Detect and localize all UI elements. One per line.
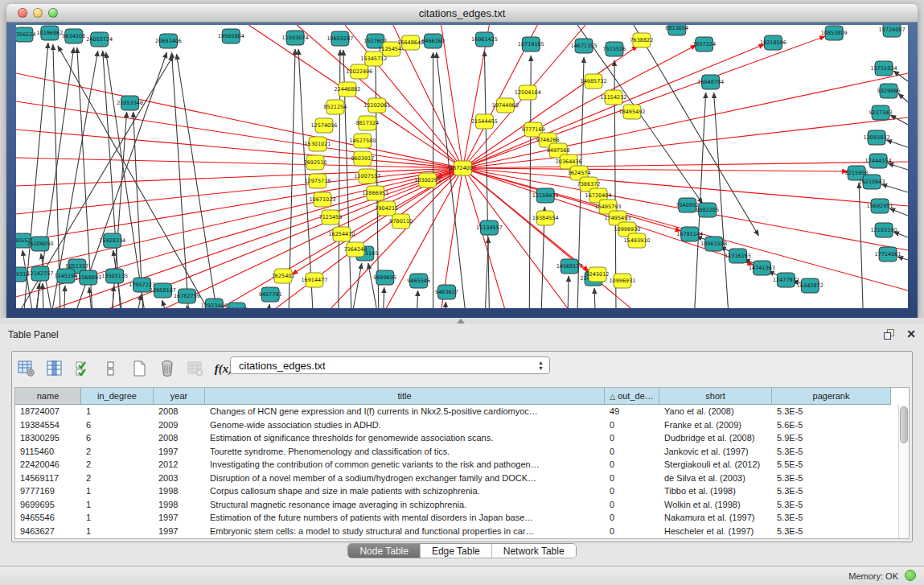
graph-node[interactable]: 11593074: [282, 31, 309, 45]
graph-edge[interactable]: [417, 290, 418, 308]
graph-edge[interactable]: [886, 140, 908, 147]
graph-node[interactable]: 19744960: [492, 98, 519, 113]
graph-node[interactable]: 7123459: [319, 210, 343, 225]
column-header-out_de[interactable]: △out_de…: [605, 388, 659, 405]
table-cell[interactable]: 2: [81, 458, 154, 472]
graph-node[interactable]: 7638822: [630, 33, 653, 47]
table-cell[interactable]: 1997: [154, 525, 205, 538]
graph-node[interactable]: 14527580: [349, 134, 376, 148]
graph-edge[interactable]: [889, 208, 908, 216]
table-cell[interactable]: 0: [605, 484, 659, 498]
graph-edge[interactable]: [888, 163, 908, 170]
graph-node[interactable]: 7625402: [272, 269, 295, 283]
window-titlebar[interactable]: citations_edges.txt: [6, 4, 918, 23]
table-cell[interactable]: 9115460: [15, 445, 81, 459]
graph-node[interactable]: 15751024: [871, 61, 897, 76]
graph-node[interactable]: 21053346: [117, 96, 143, 110]
graph-node[interactable]: 24055724: [86, 32, 113, 47]
table-cell[interactable]: 5.9E-5: [772, 431, 891, 445]
graph-node[interactable]: 14985732: [581, 74, 607, 89]
graph-node[interactable]: 14671355: [571, 39, 598, 53]
table-row[interactable]: 1938455462009Genome-wide association stu…: [15, 418, 909, 432]
delete-column-icon[interactable]: [158, 359, 177, 378]
graph-edge[interactable]: [898, 93, 908, 102]
graph-node[interactable]: 9227343: [869, 105, 893, 120]
graph-edge[interactable]: [881, 184, 908, 192]
graph-node[interactable]: 15134557: [476, 220, 503, 235]
table-cell[interactable]: 5.3E-5: [772, 472, 891, 485]
graph-node[interactable]: 12202061: [363, 98, 390, 113]
graph-node[interactable]: 16342872: [797, 278, 823, 293]
panel-splitter[interactable]: [0, 318, 924, 324]
graph-edge[interactable]: [462, 168, 505, 308]
table-cell[interactable]: Corpus callosum shape and size in male p…: [205, 484, 605, 498]
new-column-icon[interactable]: [129, 359, 149, 378]
table-row[interactable]: 977716911998Corpus callosum shape and si…: [15, 484, 909, 498]
column-header-name[interactable]: name: [15, 388, 81, 405]
graph-node[interactable]: 15692951: [867, 199, 893, 213]
table-cell[interactable]: 5.3E-5: [772, 511, 891, 525]
table-scrollbar-thumb[interactable]: [900, 406, 908, 443]
network-canvas[interactable]: 9356524101968629634508240557242069140619…: [16, 25, 908, 308]
graph-node[interactable]: 15928334: [99, 233, 125, 248]
table-cell[interactable]: Structural magnetic resonance image aver…: [205, 498, 605, 512]
graph-edge[interactable]: [186, 306, 189, 308]
graph-node[interactable]: 10655287: [326, 31, 353, 46]
graph-edge[interactable]: [37, 283, 39, 308]
table-cell[interactable]: Stergiakouli et al. (2012): [659, 458, 772, 472]
table-cell[interactable]: 1998: [154, 484, 205, 498]
table-cell[interactable]: Jankovic et al. (1997): [659, 445, 772, 459]
table-cell[interactable]: Tourette syndrome. Phenomenology and cla…: [205, 445, 605, 459]
table-cell[interactable]: 2012: [154, 458, 205, 472]
graph-edge[interactable]: [462, 168, 589, 271]
graph-node[interactable]: 12093832: [864, 130, 890, 145]
table-cell[interactable]: de Silva et al. (2003): [659, 472, 772, 485]
table-cell[interactable]: 5.3E-5: [772, 405, 891, 418]
graph-node[interactable]: 21544455: [471, 114, 498, 129]
graph-node[interactable]: 12142757: [27, 266, 53, 281]
table-cell[interactable]: 1: [81, 484, 154, 498]
table-cell[interactable]: 1: [81, 405, 154, 418]
graph-edge[interactable]: [353, 263, 362, 308]
graph-node[interactable]: 8521254: [324, 100, 347, 114]
column-header-in_degree[interactable]: in_degree: [81, 388, 154, 405]
table-cell[interactable]: 0: [605, 511, 659, 525]
graph-edge[interactable]: [162, 300, 166, 308]
table-cell[interactable]: Hescheler et al. (1997): [659, 525, 772, 538]
table-cell[interactable]: Franke et al. (2009): [659, 418, 772, 432]
tab-node-table[interactable]: Node Table: [348, 544, 421, 558]
graph-node[interactable]: 19565804: [218, 29, 244, 43]
table-cell[interactable]: 5.6E-5: [772, 418, 891, 432]
table-cell[interactable]: 0: [605, 418, 659, 432]
column-header-title[interactable]: title: [205, 388, 605, 405]
graph-node[interactable]: 9463627: [435, 285, 458, 299]
graph-node[interactable]: 10671023: [309, 192, 335, 207]
table-cell[interactable]: 5.3E-5: [772, 525, 891, 538]
graph-node[interactable]: 1145194: [54, 269, 77, 283]
graph-edge[interactable]: [176, 54, 216, 308]
graph-node[interactable]: 12103190: [871, 223, 897, 237]
column-header-year[interactable]: year: [154, 388, 205, 405]
graph-node[interactable]: 19384554: [532, 211, 559, 225]
graph-node[interactable]: 19218506: [760, 35, 786, 50]
table-cell[interactable]: 18724007: [15, 405, 81, 418]
table-cell[interactable]: 5.3E-5: [772, 498, 891, 512]
graph-node[interactable]: 7692510: [304, 155, 327, 170]
graph-node[interactable]: 9465546: [407, 274, 430, 288]
table-settings-icon[interactable]: [17, 359, 36, 378]
float-panel-icon[interactable]: [884, 329, 895, 340]
table-cell[interactable]: 14569117: [15, 472, 81, 485]
graph-edge[interactable]: [171, 52, 188, 308]
graph-node[interactable]: 16782759: [174, 289, 200, 303]
graph-node[interactable]: 12574056: [310, 118, 337, 133]
memory-status-icon[interactable]: [905, 570, 916, 581]
graph-node[interactable]: 15724007: [879, 25, 906, 37]
table-cell[interactable]: 5.3E-5: [772, 484, 891, 498]
tab-network-table[interactable]: Network Table: [492, 544, 576, 558]
table-cell[interactable]: 0: [605, 445, 659, 459]
graph-edge[interactable]: [446, 302, 446, 308]
graph-edge[interactable]: [714, 93, 729, 308]
table-cell[interactable]: 0: [605, 498, 659, 512]
table-row[interactable]: 969969511998Structural magnetic resonanc…: [15, 498, 909, 512]
deselect-rows-icon[interactable]: [101, 359, 121, 378]
